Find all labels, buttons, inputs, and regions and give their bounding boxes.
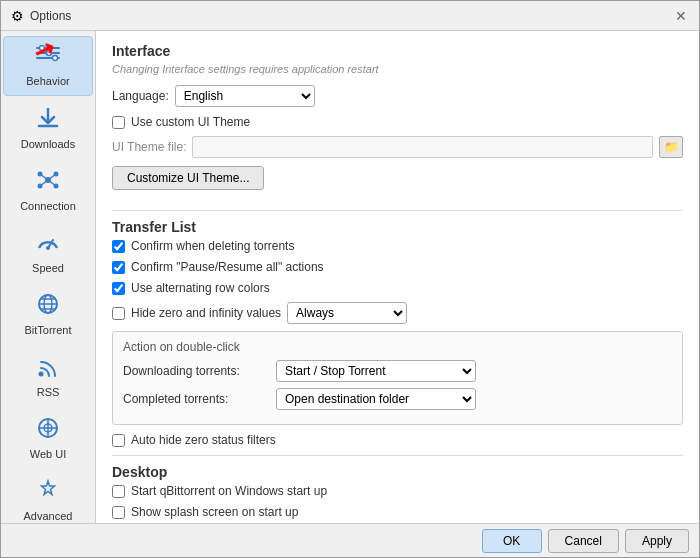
svg-point-3 (40, 46, 45, 51)
confirm-delete-checkbox[interactable] (112, 240, 125, 253)
auto-hide-label: Auto hide zero status filters (131, 433, 276, 447)
sidebar-item-downloads[interactable]: Downloads (3, 98, 93, 158)
hide-zero-checkbox[interactable] (112, 307, 125, 320)
cancel-button[interactable]: Cancel (548, 529, 619, 553)
completed-torrents-label: Completed torrents: (123, 392, 268, 406)
svg-line-13 (48, 174, 56, 180)
downloads-icon (35, 106, 61, 136)
main-content: Interface Changing Interface settings re… (96, 31, 699, 523)
svg-point-5 (53, 56, 58, 61)
confirm-delete-label: Confirm when deleting torrents (131, 239, 294, 253)
rss-icon (35, 354, 61, 384)
svg-point-23 (39, 372, 44, 377)
webui-icon (35, 416, 61, 446)
close-button[interactable]: ✕ (673, 8, 689, 24)
sidebar-label-webui: Web UI (30, 448, 66, 460)
svg-point-4 (47, 51, 52, 56)
hide-zero-label: Hide zero and infinity values (131, 306, 281, 320)
sidebar-item-behavior[interactable]: Behavior (3, 36, 93, 96)
interface-section-title: Interface (112, 43, 683, 59)
svg-point-17 (46, 246, 50, 250)
app-icon: ⚙ (11, 8, 24, 24)
alternating-rows-checkbox[interactable] (112, 282, 125, 295)
bittorrent-icon (35, 292, 61, 322)
sidebar-label-behavior: Behavior (26, 75, 69, 87)
confirm-pause-label: Confirm "Pause/Resume all" actions (131, 260, 324, 274)
ok-button[interactable]: OK (482, 529, 542, 553)
advanced-icon (35, 478, 61, 508)
language-select[interactable]: English French German (175, 85, 315, 107)
auto-hide-checkbox[interactable] (112, 434, 125, 447)
sidebar: Behavior Downloads Connection (1, 31, 96, 523)
sidebar-item-advanced[interactable]: Advanced (3, 470, 93, 523)
titlebar: ⚙ Options ✕ (1, 1, 699, 31)
sidebar-item-connection[interactable]: Connection (3, 160, 93, 220)
sidebar-label-connection: Connection (20, 200, 76, 212)
sidebar-item-webui[interactable]: Web UI (3, 408, 93, 468)
sidebar-label-speed: Speed (32, 262, 64, 274)
behavior-icon (35, 45, 61, 73)
interface-section-subtitle: Changing Interface settings requires app… (112, 63, 683, 75)
sidebar-label-advanced: Advanced (24, 510, 73, 522)
double-click-title: Action on double-click (123, 340, 672, 354)
theme-file-label: UI Theme file: (112, 140, 186, 154)
apply-button[interactable]: Apply (625, 529, 689, 553)
splash-screen-checkbox[interactable] (112, 506, 125, 519)
custom-theme-checkbox[interactable] (112, 116, 125, 129)
double-click-section: Action on double-click Downloading torre… (112, 331, 683, 425)
downloading-torrents-label: Downloading torrents: (123, 364, 268, 378)
transfer-list-section-title: Transfer List (112, 219, 683, 235)
sidebar-item-speed[interactable]: Speed (3, 222, 93, 282)
desktop-section-title: Desktop (112, 464, 683, 480)
splash-screen-label: Show splash screen on start up (131, 505, 298, 519)
window-title: Options (30, 9, 71, 23)
sidebar-item-rss[interactable]: RSS (3, 346, 93, 406)
alternating-rows-label: Use alternating row colors (131, 281, 270, 295)
custom-theme-label: Use custom UI Theme (131, 115, 250, 129)
svg-line-14 (40, 180, 48, 186)
sidebar-label-rss: RSS (37, 386, 60, 398)
language-label: Language: (112, 89, 169, 103)
theme-file-input[interactable] (192, 136, 653, 158)
hide-zero-select[interactable]: Always Never On loaded (287, 302, 407, 324)
start-windows-label: Start qBittorrent on Windows start up (131, 484, 327, 498)
customize-ui-theme-button[interactable]: Customize UI Theme... (112, 166, 264, 190)
completed-torrents-select[interactable]: Open destination folder Start / Stop Tor… (276, 388, 476, 410)
theme-file-browse-button[interactable]: 📁 (659, 136, 683, 158)
sidebar-label-downloads: Downloads (21, 138, 75, 150)
sidebar-item-bittorrent[interactable]: BitTorrent (3, 284, 93, 344)
svg-line-12 (40, 174, 48, 180)
speed-icon (35, 230, 61, 260)
svg-line-15 (48, 180, 56, 186)
confirm-pause-checkbox[interactable] (112, 261, 125, 274)
connection-icon (35, 168, 61, 198)
sidebar-label-bittorrent: BitTorrent (24, 324, 71, 336)
downloading-torrents-select[interactable]: Start / Stop Torrent Open destination fo… (276, 360, 476, 382)
footer-bar: OK Cancel Apply (1, 523, 699, 557)
start-windows-checkbox[interactable] (112, 485, 125, 498)
